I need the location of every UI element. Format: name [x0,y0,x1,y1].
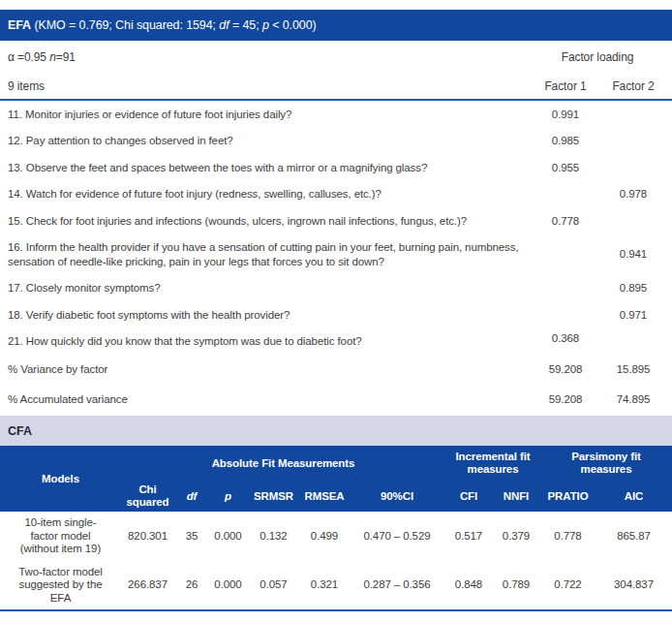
factor2-loading: 0.978 [598,181,672,208]
n-symbol: n [49,50,56,64]
item-text: 14. Watch for evidence of future foot in… [0,181,533,208]
p-symbol: p [262,18,269,32]
factor1-loading [533,275,598,302]
models-column-header: Models [0,446,121,512]
p-value: 0.000 [209,561,247,611]
efa-item-row: 13. Observe the feet and spaces between … [0,154,672,181]
p-value: 0.000 [209,512,247,561]
factor-loading-header: Factor loading [527,50,672,64]
nnfi-value: 0.379 [492,512,540,561]
rmsea-value: 0.321 [300,561,349,611]
efa-df-value: = 45; [229,18,262,32]
aic-column-header: AIC [596,481,672,512]
item-text: 21. How quickly did you know that the sy… [0,328,533,356]
nnfi-column-header: NNFI [492,481,540,512]
items-count-header: 9 items [0,79,533,93]
accumulated-variance-factor2: 74.895 [598,385,672,415]
efa-kmo-stats: (KMO = 0.769; Chi squared: 1594; [31,18,219,32]
factor1-loading: 0.955 [533,154,598,181]
item-text: 17. Closely monitor symptoms? [0,275,533,302]
variance-label: % Variance by factor [0,355,533,385]
n-value: =91 [56,50,76,64]
factor1-loading [533,301,598,328]
efa-item-row: 12. Pay attention to changes observed in… [0,128,672,155]
ci90-value: 0.470 – 0.529 [349,512,445,561]
item-text: 16. Inform the health provider if you ha… [0,234,533,275]
alpha-row: α =0.95 n=91 Factor loading [0,41,672,74]
efa-item-row: 17. Closely monitor symptoms? 0.895 [0,275,672,302]
cfi-column-header: CFI [445,481,492,512]
aic-value: 865.87 [596,512,672,561]
df-value: 26 [174,561,209,611]
efa-section-header: EFA (KMO = 0.769; Chi squared: 1594; df … [0,10,672,41]
cfa-model-row: Two-factor model suggested by the EFA 26… [0,561,672,611]
cfa-table: Models Absolute Fit Measurements Increme… [0,446,672,611]
pratio-column-header: PRATIO [540,481,596,512]
efa-items-table: 11. Monitor injuries or evidence of futu… [0,101,672,414]
parsimony-fit-group-header: Parsimony fit measures [540,446,672,481]
items-header-row: 9 items Factor 1 Factor 2 [0,74,672,101]
accumulated-variance-label: % Accumulated variance [0,385,533,415]
incremental-fit-group-header: Incremental fit measures [445,446,540,481]
factor2-loading [598,207,672,234]
factor2-loading [598,101,672,128]
efa-item-row: 14. Watch for evidence of future foot in… [0,181,672,208]
chi-squared-value: 820.301 [121,512,174,561]
factor1-loading: 0.985 [533,128,598,155]
factor1-loading [533,234,598,275]
nnfi-value: 0.789 [492,561,540,611]
factor1-loading: 0.368 [533,328,598,356]
cfa-group-header-row: Models Absolute Fit Measurements Increme… [0,446,672,481]
item-text: 11. Monitor injuries or evidence of futu… [0,101,533,128]
factor2-column-header: Factor 2 [598,79,672,93]
item-text: 12. Pay attention to changes observed in… [0,128,533,155]
ci90-value: 0.287 – 0.356 [349,561,445,611]
rmsea-column-header: RMSEA [300,481,349,512]
cfa-section-header: CFA [0,416,672,446]
srmsr-value: 0.132 [247,512,300,561]
df-value: 35 [174,512,209,561]
pratio-value: 0.778 [540,512,596,561]
cfa-title: CFA [8,424,32,438]
efa-item-row: 11. Monitor injuries or evidence of futu… [0,101,672,128]
absolute-fit-group-header: Absolute Fit Measurements [121,446,445,481]
efa-title: EFA [8,18,31,32]
df-column-header: df [174,481,209,512]
efa-item-row: 18. Verify diabetic foot symptoms with t… [0,301,672,328]
aic-value: 304.837 [596,561,672,611]
srmsr-value: 0.057 [247,561,300,611]
factor2-loading: 0.971 [598,301,672,328]
model-name: 10-item single-factor model (without ite… [0,512,121,561]
cfi-value: 0.848 [445,561,492,611]
factor2-loading: 0.941 [598,234,672,275]
factor1-column-header: Factor 1 [533,79,598,93]
factor1-loading [533,181,598,208]
factor2-loading: 0.895 [598,275,672,302]
item-text: 15. Check for foot injuries and infectio… [0,207,533,234]
alpha-n-label: α =0.95 n=91 [0,50,527,64]
item-text: 13. Observe the feet and spaces between … [0,154,533,181]
efa-cfa-results-table: EFA (KMO = 0.769; Chi squared: 1594; df … [0,0,672,623]
accumulated-variance-factor1: 59.208 [533,385,598,415]
ci90-column-header: 90%CI [349,481,445,512]
variance-row: % Variance by factor 59.208 15.895 [0,355,672,385]
df-symbol: df [219,18,229,32]
alpha-value: α =0.95 [8,50,49,64]
pratio-value: 0.722 [540,561,596,611]
chi-squared-value: 266.837 [121,561,174,611]
model-name: Two-factor model suggested by the EFA [0,561,121,611]
item-text: 18. Verify diabetic foot symptoms with t… [0,301,533,328]
srmsr-column-header: SRMSR [247,481,300,512]
factor2-loading [598,128,672,155]
variance-factor1: 59.208 [533,355,598,385]
factor1-loading: 0.778 [533,207,598,234]
accumulated-variance-row: % Accumulated variance 59.208 74.895 [0,385,672,415]
efa-p-value: < 0.000) [269,18,317,32]
factor1-loading: 0.991 [533,101,598,128]
cfa-model-row: 10-item single-factor model (without ite… [0,512,672,561]
efa-item-row: 15. Check for foot injuries and infectio… [0,207,672,234]
factor2-loading [598,154,672,181]
efa-item-row: 16. Inform the health provider if you ha… [0,234,672,275]
p-column-header: p [209,481,247,512]
cfi-value: 0.517 [445,512,492,561]
